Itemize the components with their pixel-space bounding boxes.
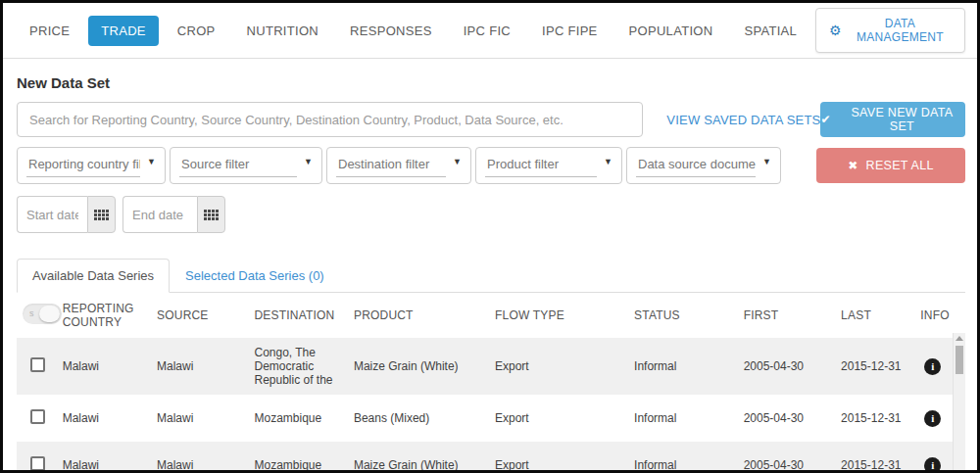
select-all-toggle[interactable]: s [23, 304, 62, 324]
table-row: Malawi Malawi Mozambique Maize Grain (Wh… [17, 442, 965, 473]
nav-tab-price[interactable]: PRICE [17, 16, 82, 46]
column-header-last: LAST [839, 293, 918, 338]
save-new-dataset-button[interactable]: ✔ SAVE NEW DATA SET [820, 102, 965, 137]
chevron-down-icon: ▼ [762, 157, 771, 166]
page-title: New Data Set [17, 74, 965, 91]
table-scrollbar[interactable] [953, 333, 965, 473]
destination-filter-label: Destination filter [336, 155, 446, 177]
cell-destination: Mozambique [252, 395, 351, 442]
column-header-product: PRODUCT [352, 293, 493, 338]
cell-first: 2005-04-30 [742, 395, 839, 442]
cell-destination: Mozambique [252, 442, 351, 473]
start-date-calendar-button[interactable] [87, 196, 116, 233]
info-icon[interactable]: i [924, 410, 941, 427]
x-icon: ✖ [848, 159, 858, 172]
nav-tab-ipc-fipe[interactable]: IPC FIPE [529, 16, 611, 46]
destination-filter-dropdown[interactable]: Destination filter ▼ [326, 147, 471, 184]
nav-tab-crop[interactable]: CROP [165, 16, 228, 46]
column-header-status: STATUS [632, 293, 742, 338]
data-management-label: DATA MANAGEMENT [849, 17, 952, 44]
source-filter-label: Source filter [179, 155, 297, 177]
source-filter-dropdown[interactable]: Source filter ▼ [170, 147, 322, 184]
product-filter-label: Product filter [485, 155, 597, 177]
cell-reporting-country: Malawi [61, 395, 155, 442]
cell-flow-type: Export [493, 395, 632, 442]
toggle-knob [39, 306, 60, 322]
app-window: { "nav": { "tabs": ["PRICE", "TRADE", "C… [0, 0, 980, 473]
cell-flow-type: Export [493, 442, 632, 473]
reporting-country-filter-label: Reporting country filter [26, 155, 140, 177]
end-date-input[interactable] [122, 196, 197, 233]
check-icon: ✔ [820, 113, 830, 126]
row-checkbox[interactable] [30, 357, 45, 372]
tab-selected-data-series[interactable]: Selected Data Series (0) [170, 259, 340, 293]
nav-tab-trade[interactable]: TRADE [88, 16, 159, 46]
cell-status: Informal [632, 338, 742, 395]
start-date-group [17, 196, 116, 233]
column-header-info: INFO [918, 293, 965, 338]
row-checkbox[interactable] [30, 409, 45, 424]
reset-button-label: RESET ALL [866, 159, 934, 172]
search-input[interactable] [17, 102, 643, 137]
nav-tab-spatial[interactable]: SPATIAL [731, 16, 809, 46]
cell-source: Malawi [155, 395, 252, 442]
cell-last: 2015-12-31 [839, 338, 918, 395]
column-header-source: SOURCE [155, 293, 252, 338]
reset-all-button[interactable]: ✖ RESET ALL [816, 148, 965, 183]
select-all-column-header: s [17, 293, 61, 338]
gear-icon: ⚙ [829, 24, 842, 37]
cell-destination: Congo, The Democratic Republic of the [252, 338, 351, 395]
cell-source: Malawi [155, 338, 252, 395]
chevron-down-icon: ▼ [453, 157, 462, 166]
cell-reporting-country: Malawi [61, 338, 155, 395]
chevron-down-icon: ▼ [147, 157, 156, 166]
main-content: New Data Set VIEW SAVED DATA SETS ✔ SAVE… [3, 74, 977, 473]
table-row: Malawi Malawi Mozambique Beans (Mixed) E… [17, 395, 965, 442]
view-saved-datasets-link[interactable]: VIEW SAVED DATA SETS [666, 113, 820, 127]
column-header-reporting-country: REPORTING COUNTRY [61, 293, 155, 338]
tab-available-data-series[interactable]: Available Data Series [17, 259, 170, 293]
calendar-grid-icon [94, 210, 109, 220]
chevron-down-icon: ▼ [604, 157, 612, 166]
column-header-first: FIRST [742, 293, 839, 338]
cell-last: 2015-12-31 [839, 395, 918, 442]
date-row [17, 196, 965, 233]
nav-tab-nutrition[interactable]: NUTRITION [234, 16, 331, 46]
data-source-document-dropdown[interactable]: Data source document ▼ [626, 147, 781, 184]
cell-product: Maize Grain (White) [352, 338, 493, 395]
row-select-cell [17, 338, 61, 395]
scrollbar-thumb[interactable] [956, 346, 963, 374]
data-series-tabs: Available Data Series Selected Data Seri… [17, 259, 965, 293]
info-icon[interactable]: i [924, 358, 941, 375]
cell-product: Maize Grain (White) [352, 442, 493, 473]
column-header-destination: DESTINATION [252, 293, 351, 338]
start-date-input[interactable] [17, 196, 87, 233]
nav-tab-ipc-fic[interactable]: IPC FIC [451, 16, 523, 46]
row-select-cell [17, 442, 61, 473]
data-management-button[interactable]: ⚙ DATA MANAGEMENT [815, 8, 965, 53]
row-checkbox[interactable] [30, 456, 45, 471]
table-header-row: s REPORTING COUNTRY SOURCE DESTINATION P… [17, 293, 965, 338]
cell-reporting-country: Malawi [61, 442, 155, 473]
table-row: Malawi Malawi Congo, The Democratic Repu… [17, 338, 965, 395]
end-date-group [122, 196, 225, 233]
cell-first: 2005-04-30 [742, 338, 839, 395]
scrollbar-up-arrow-icon[interactable] [956, 336, 963, 341]
cell-status: Informal [632, 395, 742, 442]
info-icon[interactable]: i [924, 457, 941, 473]
save-button-label: SAVE NEW DATA SET [839, 106, 965, 133]
product-filter-dropdown[interactable]: Product filter ▼ [475, 147, 622, 184]
data-source-document-label: Data source document [636, 155, 756, 177]
calendar-grid-icon [204, 210, 219, 220]
end-date-calendar-button[interactable] [197, 196, 225, 233]
data-series-table: s REPORTING COUNTRY SOURCE DESTINATION P… [17, 293, 965, 473]
cell-flow-type: Export [493, 338, 632, 395]
nav-tab-responses[interactable]: RESPONSES [337, 16, 445, 46]
cell-last: 2015-12-31 [839, 442, 918, 473]
cell-product: Beans (Mixed) [352, 395, 493, 442]
nav-tab-population[interactable]: POPULATION [616, 16, 726, 46]
data-series-table-container: s REPORTING COUNTRY SOURCE DESTINATION P… [17, 293, 965, 473]
search-row: VIEW SAVED DATA SETS ✔ SAVE NEW DATA SET [17, 102, 965, 137]
row-select-cell [17, 395, 61, 442]
reporting-country-filter-dropdown[interactable]: Reporting country filter ▼ [17, 147, 166, 184]
